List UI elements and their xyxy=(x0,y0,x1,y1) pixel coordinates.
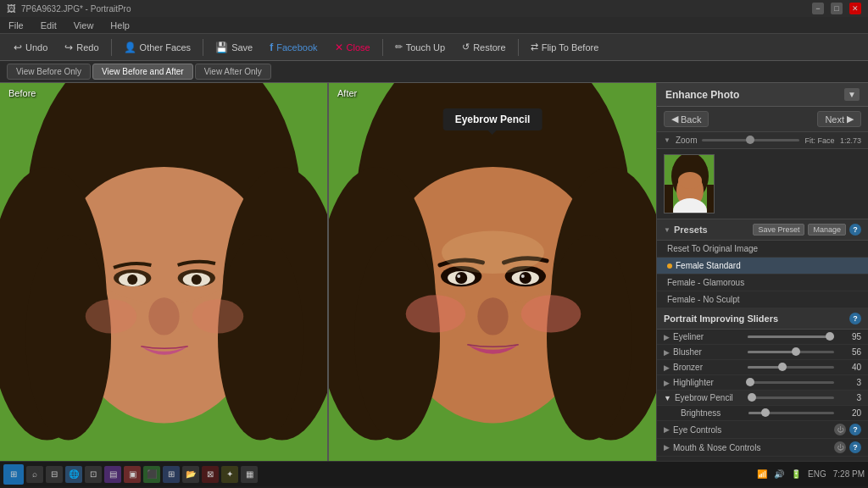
save-icon: 💾 xyxy=(215,42,228,53)
mouth-nose-power-button[interactable]: ⏻ xyxy=(834,441,846,453)
highlighter-thumb[interactable] xyxy=(746,378,754,386)
svg-point-33 xyxy=(477,297,508,335)
preset-item[interactable]: Reset To Original Image xyxy=(657,241,868,258)
svg-point-23 xyxy=(354,236,440,441)
back-button[interactable]: ◀ Back xyxy=(664,111,709,127)
svg-point-24 xyxy=(547,236,632,441)
eyebrow-pencil-thumb[interactable] xyxy=(748,393,756,402)
presets-section-header[interactable]: ▼ Presets Save Preset Manage ? xyxy=(657,219,868,241)
window-title: 7P6A9632.JPG* - PortraitPro xyxy=(21,4,131,14)
eye-controls-help-button[interactable]: ? xyxy=(849,424,861,435)
preset-item-female-standard[interactable]: Female Standard xyxy=(657,258,868,274)
eyeliner-fill xyxy=(748,336,830,338)
flip-button[interactable]: ⇄ Flip To Before xyxy=(524,39,606,55)
restore-button[interactable]: ↺ Restore xyxy=(455,39,513,55)
eyeliner-label: Eyeliner xyxy=(673,332,741,341)
highlighter-track[interactable] xyxy=(748,381,834,384)
maximize-button[interactable]: □ xyxy=(831,3,843,14)
taskbar-app-6[interactable]: ⊞ xyxy=(163,466,180,483)
preset-label: Reset To Original Image xyxy=(667,244,758,253)
next-button[interactable]: Next ▶ xyxy=(817,111,861,127)
redo-button[interactable]: ↪ Redo xyxy=(58,39,105,56)
eye-controls-label: Eye Controls xyxy=(673,425,831,435)
menu-edit[interactable]: Edit xyxy=(37,20,60,30)
triangle-icon: ▼ xyxy=(664,136,670,144)
blusher-track[interactable] xyxy=(748,351,834,353)
enhance-header: Enhance Photo ▼ xyxy=(657,83,868,107)
eyebrow-pencil-expand-icon[interactable]: ▼ xyxy=(664,394,671,402)
facebook-button[interactable]: f Facebook xyxy=(263,39,324,56)
photo-area: Before xyxy=(0,83,656,461)
tab-before-after[interactable]: View Before and After xyxy=(92,64,193,80)
blusher-thumb[interactable] xyxy=(792,347,800,356)
main-area: Before xyxy=(0,83,868,461)
start-button[interactable]: ⊞ xyxy=(3,464,24,485)
sliders-help-button[interactable]: ? xyxy=(849,313,861,324)
eyeliner-value: 95 xyxy=(841,332,861,341)
eyeliner-thumb[interactable] xyxy=(826,332,834,341)
before-label: Before xyxy=(8,88,36,98)
svg-rect-42 xyxy=(707,185,715,214)
bronzer-track[interactable] xyxy=(748,366,834,369)
preset-item-glamorous[interactable]: Female - Glamorous xyxy=(657,274,868,291)
taskbar-app-5[interactable]: ⬛ xyxy=(143,466,160,483)
menu-view[interactable]: View xyxy=(70,20,97,30)
other-faces-button[interactable]: 👤 Other Faces xyxy=(117,39,198,56)
taskbar-app-1[interactable]: 🌐 xyxy=(65,466,82,483)
preset-label-glamorous: Female - Glamorous xyxy=(667,278,744,287)
close-window-button[interactable]: ✕ xyxy=(849,3,861,14)
minimize-button[interactable]: − xyxy=(812,3,824,14)
close-toolbar-button[interactable]: ✕ Close xyxy=(328,39,377,56)
taskbar-app-10[interactable]: ▦ xyxy=(241,466,258,483)
taskbar-right: 📶 🔊 🔋 ENG 7:28 PM xyxy=(757,469,865,479)
taskbar-app-3[interactable]: ▤ xyxy=(104,466,121,483)
eye-controls-power-button[interactable]: ⏻ xyxy=(834,424,846,435)
tab-after-only[interactable]: View After Only xyxy=(195,64,271,80)
manage-button[interactable]: Manage xyxy=(808,224,846,236)
taskview-button[interactable]: ⊟ xyxy=(46,466,63,483)
taskbar-app-2[interactable]: ⊡ xyxy=(85,466,102,483)
taskbar-app-7[interactable]: 📂 xyxy=(182,466,199,483)
sep2 xyxy=(203,39,203,56)
search-taskbar-button[interactable]: ⌕ xyxy=(26,466,43,483)
brightness-thumb[interactable] xyxy=(761,408,770,417)
lang-label: ENG xyxy=(808,469,826,479)
enhance-corner-button[interactable]: ▼ xyxy=(844,88,860,101)
brightness-track[interactable] xyxy=(748,412,834,414)
taskbar-app-9[interactable]: ✦ xyxy=(221,466,238,483)
taskbar-app-4[interactable]: ▣ xyxy=(124,466,141,483)
time-display: 7:28 PM xyxy=(833,469,865,479)
undo-button[interactable]: ↩ Undo xyxy=(7,39,54,56)
preset-item-no-sculpt[interactable]: Female - No Sculpt xyxy=(657,291,868,308)
highlighter-expand-icon[interactable]: ▶ xyxy=(664,379,670,387)
zoom-thumb[interactable] xyxy=(746,136,754,144)
svg-point-35 xyxy=(521,295,581,332)
touch-up-button[interactable]: ✏ Touch Up xyxy=(388,39,452,55)
zoom-slider[interactable] xyxy=(702,139,799,141)
svg-rect-41 xyxy=(665,185,673,214)
faces-icon: 👤 xyxy=(124,42,136,53)
save-preset-button[interactable]: Save Preset xyxy=(753,224,804,236)
eye-controls-expand-icon[interactable]: ▶ xyxy=(664,425,670,434)
save-button[interactable]: 💾 Save xyxy=(209,39,259,56)
mouth-nose-controls-row: ▶ Mouth & Nose Controls ⏻ ? xyxy=(657,439,868,457)
blusher-fill xyxy=(748,351,796,353)
presets-help-button[interactable]: ? xyxy=(849,224,861,236)
bronzer-expand-icon[interactable]: ▶ xyxy=(664,363,670,372)
brightness-slider-row: Brightness 20 xyxy=(657,406,868,421)
mouth-nose-help-button[interactable]: ? xyxy=(849,441,861,453)
taskbar-app-8[interactable]: ⊠ xyxy=(202,466,219,483)
next-icon: ▶ xyxy=(847,114,854,125)
eyeliner-track[interactable] xyxy=(748,336,834,338)
menu-help[interactable]: Help xyxy=(107,20,133,30)
mouth-nose-expand-icon[interactable]: ▶ xyxy=(664,443,670,452)
eyeliner-expand-icon[interactable]: ▶ xyxy=(664,333,670,341)
touchup-icon: ✏ xyxy=(395,42,403,53)
eyebrow-pencil-slider-row: ▼ Eyebrow Pencil 3 xyxy=(657,391,868,406)
bronzer-thumb[interactable] xyxy=(778,363,787,371)
eyebrow-pencil-track[interactable] xyxy=(749,396,834,399)
blusher-expand-icon[interactable]: ▶ xyxy=(664,348,670,357)
menu-file[interactable]: File xyxy=(5,20,27,30)
tab-before-only[interactable]: View Before Only xyxy=(7,64,91,80)
thumbnail-svg xyxy=(665,155,715,214)
